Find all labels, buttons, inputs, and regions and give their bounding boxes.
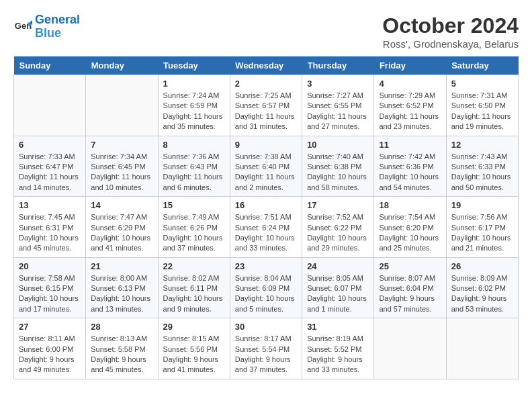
day-info: Sunrise: 7:24 AMSunset: 6:59 PMDaylight:… (163, 91, 225, 132)
weekday-header-sunday: Sunday (14, 56, 86, 75)
calendar-cell: 27Sunrise: 8:11 AMSunset: 6:00 PMDayligh… (14, 318, 86, 379)
calendar-cell: 12Sunrise: 7:43 AMSunset: 6:33 PMDayligh… (446, 136, 518, 197)
logo: Gen General Blue (13, 13, 80, 40)
day-info: Sunrise: 7:58 AMSunset: 6:15 PMDaylight:… (19, 273, 81, 315)
calendar-cell: 2Sunrise: 7:25 AMSunset: 6:57 PMDaylight… (230, 75, 302, 136)
calendar-cell (374, 318, 446, 379)
location-title: Ross', Grodnenskaya, Belarus (382, 38, 519, 50)
day-number: 15 (163, 200, 225, 210)
day-number: 28 (91, 322, 152, 332)
calendar-cell: 15Sunrise: 7:49 AMSunset: 6:26 PMDayligh… (158, 197, 230, 258)
day-info: Sunrise: 7:33 AMSunset: 6:47 PMDaylight:… (19, 152, 81, 193)
calendar-cell: 28Sunrise: 8:13 AMSunset: 5:58 PMDayligh… (86, 318, 158, 379)
day-info: Sunrise: 7:31 AMSunset: 6:50 PMDaylight:… (451, 91, 513, 132)
day-number: 4 (379, 79, 441, 89)
calendar-cell: 11Sunrise: 7:42 AMSunset: 6:36 PMDayligh… (374, 136, 446, 197)
calendar-cell: 19Sunrise: 7:56 AMSunset: 6:17 PMDayligh… (446, 197, 518, 258)
day-number: 7 (91, 140, 152, 150)
day-number: 22 (163, 261, 225, 271)
calendar-cell (14, 75, 86, 136)
page-header: Gen General Blue October 2024 Ross', Gro… (13, 13, 519, 50)
weekday-header-tuesday: Tuesday (158, 56, 230, 75)
day-info: Sunrise: 7:27 AMSunset: 6:55 PMDaylight:… (307, 91, 369, 132)
title-block: October 2024 Ross', Grodnenskaya, Belaru… (382, 13, 519, 50)
calendar-cell: 31Sunrise: 8:19 AMSunset: 5:52 PMDayligh… (302, 318, 374, 379)
day-number: 3 (307, 79, 369, 89)
day-number: 6 (19, 140, 81, 150)
calendar-cell: 17Sunrise: 7:52 AMSunset: 6:22 PMDayligh… (302, 197, 374, 258)
calendar-cell: 24Sunrise: 8:05 AMSunset: 6:07 PMDayligh… (302, 257, 374, 318)
calendar-cell: 10Sunrise: 7:40 AMSunset: 6:38 PMDayligh… (302, 136, 374, 197)
week-row-1: 1Sunrise: 7:24 AMSunset: 6:59 PMDaylight… (14, 75, 519, 136)
day-number: 14 (91, 200, 152, 210)
day-info: Sunrise: 7:36 AMSunset: 6:43 PMDaylight:… (163, 152, 225, 193)
calendar-cell: 7Sunrise: 7:34 AMSunset: 6:45 PMDaylight… (86, 136, 158, 197)
day-info: Sunrise: 7:52 AMSunset: 6:22 PMDaylight:… (307, 212, 369, 254)
weekday-header-thursday: Thursday (302, 56, 374, 75)
day-number: 5 (451, 79, 513, 89)
week-row-4: 20Sunrise: 7:58 AMSunset: 6:15 PMDayligh… (14, 257, 519, 318)
day-number: 16 (235, 200, 297, 210)
day-info: Sunrise: 7:49 AMSunset: 6:26 PMDaylight:… (163, 212, 225, 254)
weekday-header-wednesday: Wednesday (230, 56, 302, 75)
day-number: 23 (235, 261, 297, 271)
calendar-cell: 5Sunrise: 7:31 AMSunset: 6:50 PMDaylight… (446, 75, 518, 136)
calendar-cell (446, 318, 518, 379)
day-info: Sunrise: 7:56 AMSunset: 6:17 PMDaylight:… (451, 212, 513, 254)
day-info: Sunrise: 7:45 AMSunset: 6:31 PMDaylight:… (19, 212, 81, 254)
calendar-cell: 29Sunrise: 8:15 AMSunset: 5:56 PMDayligh… (158, 318, 230, 379)
day-number: 25 (379, 261, 441, 271)
calendar-cell: 4Sunrise: 7:29 AMSunset: 6:52 PMDaylight… (374, 75, 446, 136)
day-number: 2 (235, 79, 297, 89)
day-info: Sunrise: 8:00 AMSunset: 6:13 PMDaylight:… (91, 273, 152, 315)
day-info: Sunrise: 7:54 AMSunset: 6:20 PMDaylight:… (379, 212, 441, 254)
calendar-table: SundayMondayTuesdayWednesdayThursdayFrid… (13, 56, 519, 379)
weekday-header-friday: Friday (374, 56, 446, 75)
calendar-cell: 26Sunrise: 8:09 AMSunset: 6:02 PMDayligh… (446, 257, 518, 318)
calendar-cell: 21Sunrise: 8:00 AMSunset: 6:13 PMDayligh… (86, 257, 158, 318)
day-number: 8 (163, 140, 225, 150)
day-info: Sunrise: 7:38 AMSunset: 6:40 PMDaylight:… (235, 152, 297, 193)
day-number: 17 (307, 200, 369, 210)
calendar-cell: 13Sunrise: 7:45 AMSunset: 6:31 PMDayligh… (14, 197, 86, 258)
day-info: Sunrise: 8:13 AMSunset: 5:58 PMDaylight:… (91, 334, 152, 375)
day-number: 27 (19, 322, 81, 332)
calendar-cell: 30Sunrise: 8:17 AMSunset: 5:54 PMDayligh… (230, 318, 302, 379)
weekday-header-monday: Monday (86, 56, 158, 75)
day-number: 9 (235, 140, 297, 150)
week-row-3: 13Sunrise: 7:45 AMSunset: 6:31 PMDayligh… (14, 197, 519, 258)
day-number: 13 (19, 200, 81, 210)
calendar-cell: 14Sunrise: 7:47 AMSunset: 6:29 PMDayligh… (86, 197, 158, 258)
day-number: 1 (163, 79, 225, 89)
calendar-cell: 9Sunrise: 7:38 AMSunset: 6:40 PMDaylight… (230, 136, 302, 197)
day-info: Sunrise: 7:40 AMSunset: 6:38 PMDaylight:… (307, 152, 369, 193)
day-info: Sunrise: 8:11 AMSunset: 6:00 PMDaylight:… (19, 334, 81, 375)
day-info: Sunrise: 7:43 AMSunset: 6:33 PMDaylight:… (451, 152, 513, 193)
calendar-cell: 16Sunrise: 7:51 AMSunset: 6:24 PMDayligh… (230, 197, 302, 258)
logo-icon: Gen (13, 17, 32, 36)
day-number: 10 (307, 140, 369, 150)
calendar-cell (86, 75, 158, 136)
week-row-2: 6Sunrise: 7:33 AMSunset: 6:47 PMDaylight… (14, 136, 519, 197)
day-info: Sunrise: 7:42 AMSunset: 6:36 PMDaylight:… (379, 152, 441, 193)
day-number: 11 (379, 140, 441, 150)
calendar-cell: 23Sunrise: 8:04 AMSunset: 6:09 PMDayligh… (230, 257, 302, 318)
day-info: Sunrise: 7:34 AMSunset: 6:45 PMDaylight:… (91, 152, 152, 193)
day-info: Sunrise: 8:17 AMSunset: 5:54 PMDaylight:… (235, 334, 297, 375)
day-info: Sunrise: 8:07 AMSunset: 6:04 PMDaylight:… (379, 273, 441, 315)
day-number: 24 (307, 261, 369, 271)
weekday-header-row: SundayMondayTuesdayWednesdayThursdayFrid… (14, 56, 519, 75)
day-info: Sunrise: 8:15 AMSunset: 5:56 PMDaylight:… (163, 334, 225, 375)
day-number: 12 (451, 140, 513, 150)
month-title: October 2024 (382, 13, 519, 38)
day-info: Sunrise: 7:47 AMSunset: 6:29 PMDaylight:… (91, 212, 152, 254)
calendar-cell: 8Sunrise: 7:36 AMSunset: 6:43 PMDaylight… (158, 136, 230, 197)
day-number: 19 (451, 200, 513, 210)
day-info: Sunrise: 8:02 AMSunset: 6:11 PMDaylight:… (163, 273, 225, 315)
day-info: Sunrise: 7:51 AMSunset: 6:24 PMDaylight:… (235, 212, 297, 254)
calendar-cell: 1Sunrise: 7:24 AMSunset: 6:59 PMDaylight… (158, 75, 230, 136)
day-info: Sunrise: 8:19 AMSunset: 5:52 PMDaylight:… (307, 334, 369, 375)
calendar-cell: 3Sunrise: 7:27 AMSunset: 6:55 PMDaylight… (302, 75, 374, 136)
day-number: 21 (91, 261, 152, 271)
day-number: 26 (451, 261, 513, 271)
